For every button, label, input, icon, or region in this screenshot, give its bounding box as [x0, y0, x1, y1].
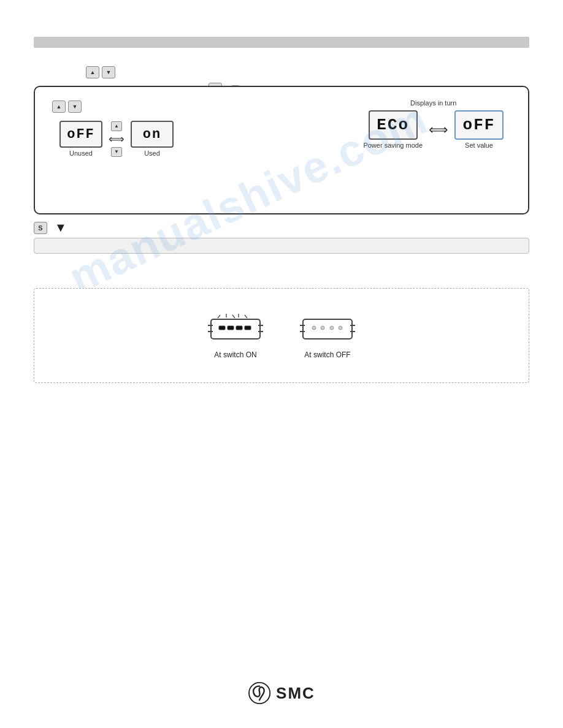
- unused-used-section: oFF Unused ▲ ⟺ ▼ on Used: [59, 121, 174, 157]
- switch-on-image: [208, 312, 263, 346]
- eco-display: ECo: [369, 110, 418, 140]
- unused-label: Unused: [69, 150, 93, 157]
- switch-on-illustration: At switch ON: [208, 312, 263, 359]
- up-down-btn-pair: ▲ ▼: [86, 66, 115, 78]
- svg-line-5: [218, 315, 220, 318]
- down-btn[interactable]: ▼: [102, 66, 115, 78]
- svg-point-20: [321, 326, 324, 330]
- left-right-arrow: ⟺: [109, 132, 124, 146]
- up-btn[interactable]: ▲: [86, 66, 99, 78]
- smc-text: SMC: [276, 684, 315, 703]
- svg-point-22: [339, 326, 342, 330]
- svg-rect-13: [245, 326, 251, 330]
- inner-down-btn[interactable]: ▼: [68, 100, 82, 113]
- svg-rect-14: [303, 319, 352, 339]
- set-value-label: Set value: [465, 142, 493, 149]
- svg-rect-0: [211, 319, 260, 339]
- small-up-btn[interactable]: ▲: [111, 121, 122, 131]
- switch-off-illustration: At switch OFF: [300, 312, 355, 359]
- smc-logo: SMC: [248, 681, 315, 705]
- used-label: Used: [144, 150, 160, 157]
- switch-on-label: At switch ON: [214, 351, 256, 359]
- displays-in-turn-label: Displays in turn: [410, 99, 456, 107]
- power-saving-label: Power saving mode: [363, 142, 423, 149]
- unused-used-row: oFF Unused ▲ ⟺ ▼ on Used: [59, 121, 174, 157]
- svg-rect-10: [219, 326, 225, 330]
- smc-icon: [248, 681, 271, 705]
- switch-off-label: At switch OFF: [304, 351, 350, 359]
- arrow-down-second: ▼: [55, 221, 67, 235]
- inner-up-btn[interactable]: ▲: [52, 100, 66, 113]
- set-value-display: oFF: [454, 110, 504, 140]
- switch-box: At switch ON At switch OFF: [34, 288, 529, 383]
- next-setting-bar: [34, 238, 529, 254]
- unused-display: oFF: [59, 121, 102, 148]
- bidirectional-arrow: ⟺: [429, 122, 448, 138]
- used-display: on: [131, 121, 174, 148]
- switch-off-image: [300, 312, 355, 346]
- svg-rect-11: [228, 326, 234, 330]
- svg-line-9: [245, 315, 247, 318]
- small-down-btn[interactable]: ▼: [111, 147, 122, 157]
- top-bar: [34, 37, 529, 48]
- s-button-second[interactable]: S: [34, 222, 47, 234]
- svg-point-21: [330, 326, 334, 330]
- main-box: ▲ ▼ Displays in turn ECo Power saving mo…: [34, 86, 529, 214]
- svg-point-19: [312, 326, 316, 330]
- svg-rect-12: [236, 326, 242, 330]
- s-arrow-row-second: S ▼: [34, 221, 67, 235]
- eco-off-row: ECo Power saving mode ⟺ oFF Set value: [363, 110, 504, 149]
- inner-nav-btn-pair: ▲ ▼: [52, 100, 82, 113]
- svg-line-7: [232, 315, 235, 318]
- up-down-arrow-group: ▲ ⟺ ▼: [109, 121, 124, 157]
- displays-in-turn-section: Displays in turn ECo Power saving mode ⟺…: [363, 99, 504, 149]
